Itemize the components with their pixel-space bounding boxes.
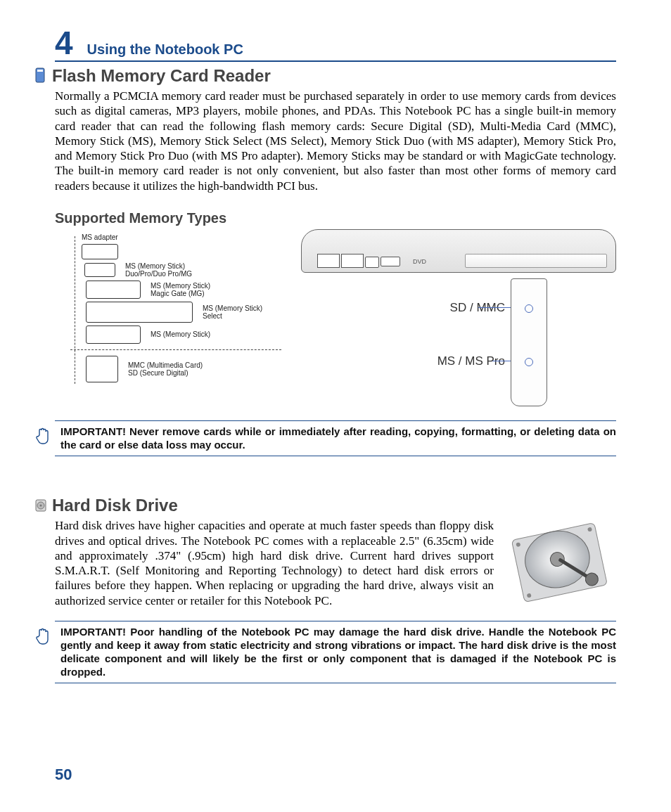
ms-adapter-shape — [82, 244, 118, 259]
chapter-title: Using the Notebook PC — [87, 41, 243, 58]
ms-duo-shape — [84, 263, 115, 277]
ms-mg-label: MS (Memory Stick) Magic Gate (MG) — [151, 282, 210, 297]
important-1-text: IMPORTANT! Never remove cards while or i… — [60, 425, 616, 452]
section-title-hdd: Hard Disk Drive — [52, 496, 178, 515]
memory-card-icon — [35, 67, 46, 84]
svg-point-4 — [40, 505, 42, 507]
sd-mmc-shape — [86, 356, 118, 382]
ms-adapter-label: MS adapter — [82, 233, 294, 241]
ms-shape — [86, 326, 141, 344]
hdd-icon — [35, 497, 46, 514]
chapter-number: 4 — [55, 27, 73, 59]
ms-label: MS (Memory Stick) — [151, 330, 210, 338]
ms-mg-shape — [86, 281, 141, 299]
page-number: 50 — [55, 766, 72, 784]
chapter-header: 4 Using the Notebook PC — [55, 27, 616, 62]
important-2-text: IMPORTANT! Poor handling of the Notebook… — [60, 626, 616, 678]
section-title-flash: Flash Memory Card Reader — [52, 66, 271, 86]
hand-stop-icon — [35, 427, 52, 446]
ms-select-label: MS (Memory Stick) Select — [203, 304, 262, 320]
ms-slot-label: MS / MS Pro — [400, 354, 505, 368]
supported-types-heading: Supported Memory Types — [55, 210, 616, 226]
sd-mmc-label: MMC (Multimedia Card) SD (Secure Digital… — [128, 361, 203, 377]
card-slot-front — [511, 278, 547, 406]
laptop-side-view: DVD — [301, 229, 616, 273]
memory-types-diagram: MS adapter MS (Memory Stick) Duo/Pro/Duo… — [55, 229, 616, 406]
hand-stop-icon — [35, 627, 52, 647]
svg-rect-1 — [37, 70, 43, 72]
dvd-label: DVD — [413, 258, 426, 265]
hard-disk-image — [504, 515, 616, 614]
hdd-body-text: Hard disk drives have higher capacities … — [55, 518, 494, 608]
flash-body-text: Normally a PCMCIA memory card reader mus… — [55, 89, 616, 193]
important-callout-2: IMPORTANT! Poor handling of the Notebook… — [55, 621, 616, 683]
important-callout-1: IMPORTANT! Never remove cards while or i… — [55, 420, 616, 457]
ms-select-shape — [86, 302, 193, 323]
ms-duo-label: MS (Memory Stick) Duo/Pro/Duo Pro/MG — [125, 262, 192, 278]
sd-mmc-slot-label: SD / MMC — [400, 301, 505, 315]
